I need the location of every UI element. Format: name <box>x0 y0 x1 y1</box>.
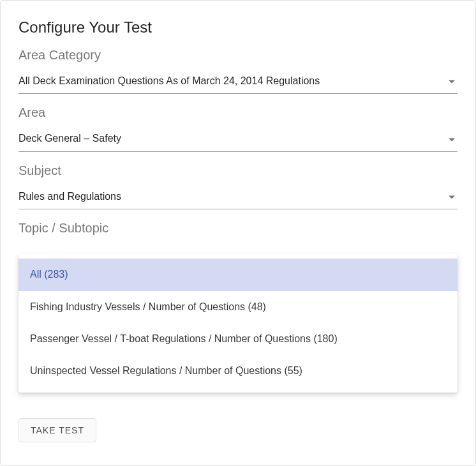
caret-down-icon <box>449 195 455 199</box>
area-category-label: Area Category <box>19 48 457 63</box>
topic-option-uninspected[interactable]: Uninspected Vessel Regulations / Number … <box>19 355 457 387</box>
topic-label: Topic / Subtopic <box>19 221 457 236</box>
area-value: Deck General – Safety <box>19 133 121 144</box>
subject-select[interactable]: Rules and Regulations <box>19 186 457 209</box>
topic-option-passenger[interactable]: Passenger Vessel / T-boat Regulations / … <box>19 323 457 355</box>
topic-option-fishing[interactable]: Fishing Industry Vessels / Number of Que… <box>19 291 457 323</box>
area-label: Area <box>19 105 457 120</box>
area-select[interactable]: Deck General – Safety <box>19 128 457 151</box>
configure-test-card: Configure Your Test Area Category All De… <box>0 0 476 466</box>
page-title: Configure Your Test <box>19 19 457 36</box>
take-test-button[interactable]: TAKE TEST <box>19 418 96 442</box>
caret-down-icon <box>449 138 455 141</box>
caret-down-icon <box>449 80 455 84</box>
area-category-select[interactable]: All Deck Examination Questions As of Mar… <box>19 70 457 94</box>
topic-menu: All (283) Fishing Industry Vessels / Num… <box>19 253 457 393</box>
subject-label: Subject <box>19 163 457 178</box>
subject-value: Rules and Regulations <box>19 191 121 202</box>
area-category-value: All Deck Examination Questions As of Mar… <box>19 75 320 86</box>
topic-option-all[interactable]: All (283) <box>19 259 457 290</box>
